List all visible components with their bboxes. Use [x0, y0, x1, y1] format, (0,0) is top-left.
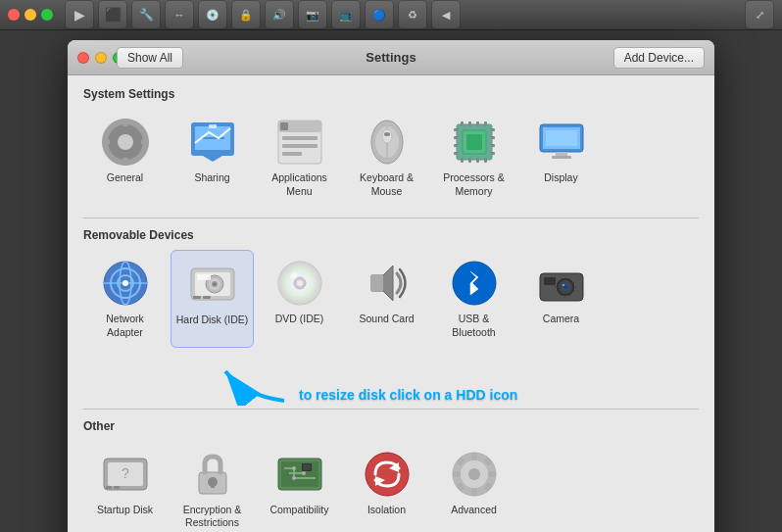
applications-menu-item[interactable]: ApplicationsMenu — [258, 109, 341, 206]
sound-card-item[interactable]: Sound Card — [345, 250, 428, 347]
network-adapter-item[interactable]: NetworkAdapter — [83, 250, 167, 347]
close-button[interactable] — [8, 9, 20, 21]
snapshot-icon[interactable]: ⬛ — [98, 0, 127, 29]
svg-rect-39 — [490, 152, 495, 155]
camera-icon[interactable]: 📷 — [298, 0, 327, 29]
svg-rect-86 — [281, 461, 318, 487]
show-all-button[interactable]: Show All — [117, 47, 183, 69]
svg-rect-43 — [552, 156, 571, 159]
minimize-button[interactable] — [24, 9, 36, 21]
svg-rect-28 — [461, 158, 464, 163]
display-icon — [536, 117, 587, 168]
lock-icon[interactable]: 🔒 — [231, 0, 261, 29]
encryption-label: Encryption &Restrictions — [183, 504, 242, 530]
disk-icon[interactable]: 💿 — [198, 0, 227, 29]
system-settings-title: System Settings — [83, 87, 699, 101]
svg-rect-14 — [282, 152, 302, 156]
svg-rect-105 — [453, 471, 461, 477]
annotation-arrow: to resize disk click on a HDD icon — [235, 386, 517, 404]
back-icon[interactable]: ◀ — [431, 0, 461, 29]
bluetooth-icon[interactable]: 🔵 — [365, 0, 394, 29]
applications-menu-label: ApplicationsMenu — [271, 171, 327, 198]
camera-item[interactable]: Camera — [519, 250, 603, 347]
network-adapter-icon — [100, 258, 151, 309]
svg-rect-13 — [282, 144, 318, 148]
tv-icon[interactable]: 📺 — [331, 0, 361, 29]
processors-memory-item[interactable]: Processors &Memory — [432, 109, 515, 206]
general-item[interactable]: General — [83, 109, 167, 206]
svg-rect-4 — [122, 158, 128, 166]
toolbar: ▶ ⬛ 🔧 ↔ 💿 🔒 🔊 📷 📺 🔵 ♻ ◀ ⤢ — [0, 0, 782, 30]
processors-memory-icon — [449, 117, 500, 168]
svg-rect-23 — [466, 134, 482, 150]
compatibility-item[interactable]: Compatibility — [258, 441, 341, 532]
window-minimize-button[interactable] — [95, 52, 107, 64]
settings-window: Show All Settings Add Device... System S… — [68, 40, 714, 532]
svg-rect-80 — [106, 486, 112, 489]
svg-rect-29 — [468, 158, 471, 163]
sound-card-label: Sound Card — [359, 313, 414, 326]
removable-devices-title: Removable Devices — [83, 228, 699, 242]
svg-point-91 — [292, 466, 296, 470]
svg-rect-3 — [122, 119, 128, 126]
settings-icon[interactable]: 🔧 — [131, 0, 161, 29]
svg-rect-6 — [141, 139, 149, 145]
keyboard-mouse-icon — [362, 117, 413, 168]
svg-rect-84 — [211, 482, 215, 488]
dvd-item[interactable]: DVD (IDE) — [258, 250, 341, 347]
svg-rect-24 — [461, 121, 464, 126]
annotation-text: to resize disk click on a HDD icon — [299, 386, 517, 404]
divider-1 — [83, 218, 699, 218]
svg-rect-104 — [471, 488, 477, 496]
advanced-icon — [449, 449, 500, 500]
encryption-item[interactable]: Encryption &Restrictions — [171, 441, 254, 532]
network-adapter-label: NetworkAdapter — [106, 313, 144, 339]
maximize-button[interactable] — [41, 9, 53, 21]
audio-icon[interactable]: 🔊 — [265, 0, 294, 29]
svg-point-93 — [302, 471, 306, 475]
svg-rect-5 — [102, 139, 110, 145]
svg-point-92 — [292, 476, 296, 480]
advanced-item[interactable]: Advanced — [432, 441, 515, 532]
window-body: System Settings — [68, 75, 714, 532]
sharing-item[interactable]: Sharing — [171, 109, 254, 206]
isolation-item[interactable]: Isolation — [345, 441, 428, 532]
dvd-icon — [274, 258, 325, 309]
startup-disk-icon: ? — [100, 449, 151, 500]
encryption-icon — [187, 449, 238, 500]
usb-bluetooth-label: USB &Bluetooth — [452, 313, 495, 339]
svg-rect-32 — [454, 128, 459, 131]
svg-point-74 — [562, 284, 564, 286]
svg-rect-34 — [454, 144, 459, 147]
svg-point-96 — [366, 453, 409, 496]
main-area: Show All Settings Add Device... System S… — [0, 30, 782, 532]
svg-rect-30 — [476, 158, 479, 163]
usb-icon[interactable]: ♻ — [398, 0, 427, 29]
svg-rect-106 — [488, 471, 496, 477]
dvd-label: DVD (IDE) — [275, 313, 324, 326]
svg-rect-59 — [203, 296, 211, 299]
removable-devices-grid: NetworkAdapter — [83, 250, 699, 396]
svg-text:?: ? — [122, 465, 129, 481]
isolation-label: Isolation — [367, 504, 406, 517]
usb-bluetooth-item[interactable]: USB &Bluetooth — [432, 250, 515, 347]
svg-rect-38 — [490, 144, 495, 147]
window-titlebar: Show All Settings Add Device... — [68, 40, 714, 75]
display-item[interactable]: Display — [519, 109, 603, 206]
keyboard-mouse-label: Keyboard &Mouse — [360, 171, 414, 198]
swap-icon[interactable]: ↔ — [165, 0, 194, 29]
svg-rect-95 — [303, 464, 311, 470]
svg-point-56 — [213, 283, 216, 286]
usb-bluetooth-icon — [449, 258, 500, 309]
svg-rect-25 — [468, 121, 471, 126]
hard-disk-item[interactable]: Hard Disk (IDE) — [171, 250, 254, 347]
window-title: Settings — [366, 50, 415, 65]
svg-rect-81 — [114, 486, 120, 489]
window-close-button[interactable] — [77, 52, 89, 64]
add-device-button[interactable]: Add Device... — [613, 47, 705, 69]
applications-menu-icon — [274, 117, 325, 168]
startup-disk-item[interactable]: ? Startup Disk — [83, 441, 167, 532]
fullscreen-icon[interactable]: ⤢ — [745, 0, 774, 29]
keyboard-mouse-item[interactable]: Keyboard &Mouse — [345, 109, 428, 206]
play-icon[interactable]: ▶ — [65, 0, 94, 29]
